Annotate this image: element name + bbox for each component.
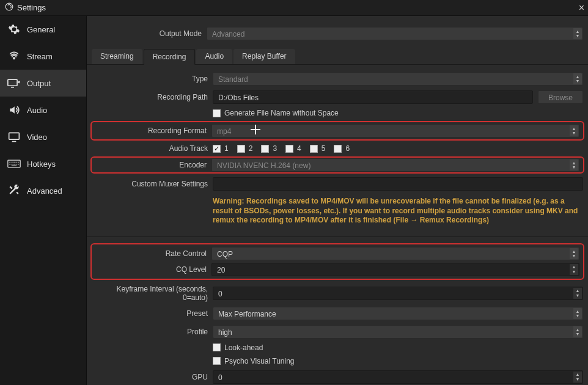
- tab-replay-buffer[interactable]: Replay Buffer: [233, 49, 295, 64]
- keyboard-icon: [7, 158, 21, 170]
- psycho-checkbox[interactable]: [213, 357, 221, 365]
- output-mode-label: Output Mode: [92, 29, 202, 38]
- sidebar-item-video[interactable]: Video: [0, 123, 86, 150]
- cq-level-label: CQ Level: [95, 265, 207, 274]
- sidebar-item-label: Advanced: [27, 186, 62, 196]
- sidebar-item-label: Audio: [27, 106, 47, 115]
- profile-label: Profile: [92, 328, 208, 336]
- profile-select[interactable]: high ▲▼: [213, 325, 583, 339]
- svg-rect-2: [8, 79, 17, 86]
- audio-track-1-checkbox[interactable]: ✓: [213, 145, 221, 153]
- window-title: Settings: [17, 3, 46, 12]
- spin-icon[interactable]: ▲▼: [573, 308, 582, 319]
- output-mode-select[interactable]: Advanced ▲▼: [207, 27, 583, 40]
- sidebar-item-label: Stream: [27, 52, 53, 61]
- encoder-label: Encoder: [95, 161, 207, 169]
- tab-audio[interactable]: Audio: [196, 49, 232, 64]
- psycho-label: Psycho Visual Tuning: [224, 357, 295, 365]
- type-label: Type: [92, 75, 208, 83]
- sidebar-item-audio[interactable]: Audio: [0, 97, 86, 123]
- audio-track-5-checkbox[interactable]: [310, 145, 318, 153]
- monitor-icon: [7, 131, 21, 143]
- svg-rect-4: [8, 160, 20, 167]
- format-warning: Warning: Recordings saved to MP4/MOV wil…: [213, 196, 583, 232]
- tab-recording[interactable]: Recording: [144, 49, 196, 65]
- encoder-select[interactable]: NVIDIA NVENC H.264 (new) ▲▼: [211, 158, 579, 172]
- svg-point-1: [13, 57, 15, 59]
- spin-icon[interactable]: ▲▼: [573, 288, 582, 299]
- sidebar-item-label: Hotkeys: [27, 160, 56, 169]
- recording-path-label: Recording Path: [92, 93, 208, 101]
- highlight-rate-control: Rate Control CQP ▲▼ CQ Level 20 ▲▼: [90, 243, 584, 280]
- antenna-icon: [7, 50, 21, 62]
- sidebar-item-output[interactable]: Output: [0, 70, 86, 97]
- sidebar-item-stream[interactable]: Stream: [0, 43, 86, 70]
- preset-label: Preset: [92, 309, 208, 318]
- muxer-input[interactable]: [213, 177, 583, 191]
- sidebar-item-label: General: [27, 25, 55, 34]
- gpu-input[interactable]: 0 ▲▼: [213, 370, 583, 384]
- lookahead-checkbox[interactable]: [213, 343, 221, 351]
- sidebar-item-label: Video: [27, 133, 47, 142]
- audio-track-6-checkbox[interactable]: [334, 145, 342, 153]
- recording-format-select[interactable]: mp4 ▲▼: [211, 124, 579, 138]
- spin-icon[interactable]: ▲▼: [573, 28, 582, 39]
- output-tabs: Streaming Recording Audio Replay Buffer: [87, 49, 588, 65]
- audio-track-label: Audio Track: [92, 144, 208, 153]
- spin-icon[interactable]: ▲▼: [573, 73, 582, 84]
- audio-track-2-checkbox[interactable]: [237, 145, 245, 153]
- spin-icon[interactable]: ▲▼: [570, 264, 578, 275]
- audio-track-4-checkbox[interactable]: [285, 145, 293, 153]
- recording-path-input[interactable]: D:/Obs Files: [213, 90, 533, 104]
- generate-filename-label: Generate File Name without Space: [224, 109, 339, 117]
- browse-button[interactable]: Browse: [538, 90, 583, 104]
- keyframe-label: Keyframe Interval (seconds, 0=auto): [92, 285, 208, 302]
- svg-rect-3: [9, 133, 20, 139]
- preset-select[interactable]: Max Performance ▲▼: [213, 307, 583, 320]
- close-button[interactable]: ×: [579, 2, 584, 13]
- spin-icon[interactable]: ▲▼: [573, 372, 582, 383]
- sidebar-item-general[interactable]: General: [0, 16, 86, 43]
- type-select[interactable]: Standard ▲▼: [213, 72, 583, 86]
- rate-control-label: Rate Control: [95, 249, 207, 258]
- gpu-label: GPU: [92, 373, 208, 381]
- spin-icon[interactable]: ▲▼: [570, 248, 578, 259]
- tab-streaming[interactable]: Streaming: [92, 49, 142, 64]
- generate-filename-checkbox[interactable]: [213, 109, 221, 117]
- highlight-encoder: Encoder NVIDIA NVENC H.264 (new) ▲▼: [90, 156, 584, 174]
- spin-icon[interactable]: ▲▼: [570, 125, 578, 136]
- speaker-icon: [7, 104, 21, 116]
- spin-icon[interactable]: ▲▼: [570, 160, 578, 170]
- muxer-label: Custom Muxer Settings: [92, 180, 208, 188]
- sidebar: General Stream Output Audio Video: [0, 16, 87, 385]
- monitor-output-icon: [7, 77, 21, 89]
- sidebar-item-hotkeys[interactable]: Hotkeys: [0, 150, 86, 177]
- sidebar-item-label: Output: [27, 79, 51, 88]
- audio-track-3-checkbox[interactable]: [261, 145, 269, 153]
- obs-logo-icon: [5, 2, 13, 13]
- lookahead-label: Look-ahead: [224, 343, 263, 352]
- recording-format-label: Recording Format: [95, 127, 207, 135]
- highlight-recording-format: Recording Format mp4 ▲▼: [90, 121, 584, 141]
- keyframe-input[interactable]: 0 ▲▼: [213, 287, 583, 300]
- cq-level-input[interactable]: 20 ▲▼: [211, 263, 579, 276]
- content-panel: Output Mode Advanced ▲▼ Streaming Record…: [87, 16, 588, 385]
- rate-control-select[interactable]: CQP ▲▼: [211, 247, 579, 260]
- tools-icon: [7, 185, 21, 197]
- gear-icon: [7, 23, 21, 35]
- spin-icon[interactable]: ▲▼: [573, 326, 582, 337]
- sidebar-item-advanced[interactable]: Advanced: [0, 177, 86, 204]
